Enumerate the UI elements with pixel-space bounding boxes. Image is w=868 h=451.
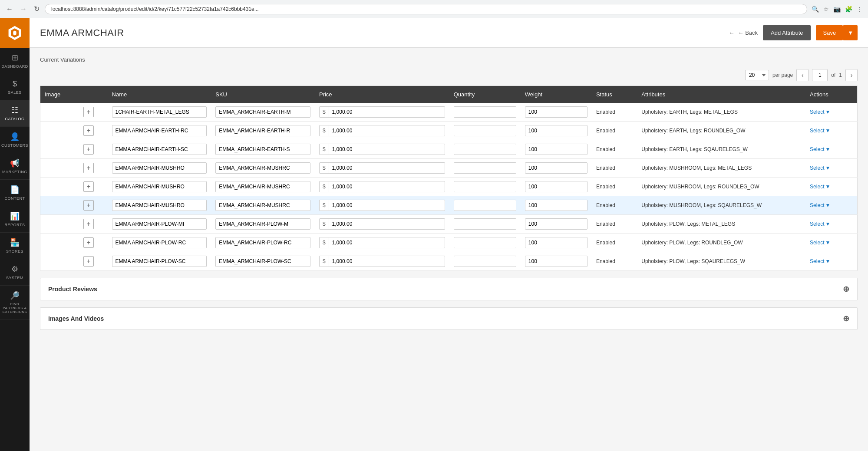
row-add-button[interactable]: + xyxy=(83,237,94,248)
row-sku-input[interactable] xyxy=(215,106,310,118)
sidebar-item-stores[interactable]: 🏪 STORES xyxy=(0,233,30,259)
browser-url-input[interactable] xyxy=(45,4,807,14)
row-add-button[interactable]: + xyxy=(83,200,94,211)
row-add-button[interactable]: + xyxy=(83,144,94,155)
row-sku-input[interactable] xyxy=(215,181,310,192)
row-price-input[interactable] xyxy=(329,181,445,192)
row-name-input[interactable] xyxy=(112,144,207,155)
row-weight-input[interactable] xyxy=(525,162,587,174)
extensions-icon[interactable]: 🧩 xyxy=(844,5,853,13)
save-dropdown-button[interactable]: ▼ xyxy=(843,25,858,40)
row-price-input[interactable] xyxy=(329,144,445,155)
pagination-of-label: of xyxy=(831,72,835,78)
row-price-input[interactable] xyxy=(329,125,445,136)
sidebar-item-sales[interactable]: $ SALES xyxy=(0,74,30,100)
row-sku-input[interactable] xyxy=(215,125,310,136)
row-select-link[interactable]: Select ▼ xyxy=(810,202,853,208)
row-price-input[interactable] xyxy=(329,163,445,173)
row-add-button[interactable]: + xyxy=(83,219,94,229)
sidebar-item-reports[interactable]: 📊 REPORTS xyxy=(0,206,30,233)
sidebar-item-catalog[interactable]: ☷ CATALOG xyxy=(0,100,30,127)
menu-icon[interactable]: ⋮ xyxy=(856,5,864,13)
row-price-input[interactable] xyxy=(329,200,445,211)
row-sku-input[interactable] xyxy=(215,256,310,267)
row-weight-input[interactable] xyxy=(525,200,587,211)
row-name-input[interactable] xyxy=(112,218,207,230)
row-weight-input[interactable] xyxy=(525,218,587,230)
row-weight-input[interactable] xyxy=(525,256,587,267)
marketing-icon: 📢 xyxy=(10,158,20,168)
row-add-button[interactable]: + xyxy=(83,125,94,136)
row-quantity-input[interactable] xyxy=(454,237,516,248)
sidebar-item-customers[interactable]: 👤 CUSTOMERS xyxy=(0,127,30,153)
browser-refresh-btn[interactable]: ↻ xyxy=(32,4,41,14)
search-icon[interactable]: 🔍 xyxy=(811,5,820,13)
row-price-input[interactable] xyxy=(329,256,445,267)
camera-icon[interactable]: 📷 xyxy=(832,5,842,13)
row-sku-input[interactable] xyxy=(215,162,310,174)
row-quantity-input[interactable] xyxy=(454,200,516,211)
row-name-input[interactable] xyxy=(112,162,207,174)
row-name-input[interactable] xyxy=(112,106,207,118)
row-quantity-input[interactable] xyxy=(454,181,516,192)
row-price-input[interactable] xyxy=(329,237,445,248)
pagination-prev-button[interactable]: ‹ xyxy=(796,69,809,81)
row-name-input[interactable] xyxy=(112,237,207,248)
row-quantity-input[interactable] xyxy=(454,218,516,230)
row-add-button[interactable]: + xyxy=(83,107,94,117)
row-quantity-input[interactable] xyxy=(454,162,516,174)
row-select-link[interactable]: Select ▼ xyxy=(810,165,853,171)
row-quantity-input[interactable] xyxy=(454,256,516,267)
add-attribute-button[interactable]: Add Attribute xyxy=(763,25,811,40)
row-quantity-input[interactable] xyxy=(454,144,516,155)
row-quantity-input[interactable] xyxy=(454,106,516,118)
row-select-link[interactable]: Select ▼ xyxy=(810,221,853,227)
browser-back-btn[interactable]: ← xyxy=(4,4,15,14)
images-and-videos-header[interactable]: Images And Videos ⊕ xyxy=(40,308,857,329)
pagination-current-page[interactable] xyxy=(812,69,828,81)
row-weight-input[interactable] xyxy=(525,106,587,118)
row-sku-input[interactable] xyxy=(215,200,310,211)
browser-forward-btn[interactable]: → xyxy=(18,4,29,14)
row-attributes-value: Upholstery: MUSHROOM, Legs: METAL_LEGS xyxy=(641,165,752,171)
row-name-input[interactable] xyxy=(112,181,207,192)
sidebar-item-marketing[interactable]: 📢 MARKETING xyxy=(0,153,30,180)
per-page-select[interactable]: 20 50 100 xyxy=(745,70,769,80)
row-select-link[interactable]: Select ▼ xyxy=(810,146,853,152)
save-button[interactable]: Save xyxy=(816,25,843,40)
product-reviews-label: Product Reviews xyxy=(48,286,97,293)
row-sku-input[interactable] xyxy=(215,144,310,155)
pagination-next-button[interactable]: › xyxy=(845,69,858,81)
sidebar-logo[interactable] xyxy=(0,18,30,48)
row-attributes-value: Upholstery: PLOW, Legs: ROUNDLEG_OW xyxy=(641,240,743,246)
product-reviews-header[interactable]: Product Reviews ⊕ xyxy=(40,278,857,300)
row-price-input[interactable] xyxy=(329,219,445,229)
row-name-input[interactable] xyxy=(112,200,207,211)
row-weight-input[interactable] xyxy=(525,125,587,136)
row-weight-input[interactable] xyxy=(525,237,587,248)
row-weight-input[interactable] xyxy=(525,181,587,192)
sidebar-item-system[interactable]: ⚙ SYSTEM xyxy=(0,259,30,286)
row-sku-input[interactable] xyxy=(215,218,310,230)
row-quantity-input[interactable] xyxy=(454,125,516,136)
row-price-input[interactable] xyxy=(329,107,445,117)
row-sku-input[interactable] xyxy=(215,237,310,248)
row-name-input[interactable] xyxy=(112,125,207,136)
row-add-button[interactable]: + xyxy=(83,256,94,267)
sidebar-item-find-partners[interactable]: 🔎 FIND PARTNERS & EXTENSIONS xyxy=(0,286,30,319)
row-select-link[interactable]: Select ▼ xyxy=(810,240,853,246)
row-price-cell: $ xyxy=(315,178,449,196)
row-select-link[interactable]: Select ▼ xyxy=(810,109,853,115)
row-select-link[interactable]: Select ▼ xyxy=(810,184,853,190)
row-select-link[interactable]: Select ▼ xyxy=(810,128,853,134)
row-select-link[interactable]: Select ▼ xyxy=(810,258,853,264)
sidebar-item-dashboard[interactable]: ⊞ DASHBOARD xyxy=(0,48,30,74)
row-name-input[interactable] xyxy=(112,256,207,267)
bookmark-icon[interactable]: ☆ xyxy=(822,5,830,13)
row-add-button[interactable]: + xyxy=(83,163,94,173)
back-button[interactable]: ← ← Back xyxy=(729,30,758,36)
row-add-button[interactable]: + xyxy=(83,181,94,192)
sidebar-item-content[interactable]: 📄 CONTENT xyxy=(0,180,30,206)
row-status-cell: Enabled xyxy=(592,122,637,140)
row-weight-input[interactable] xyxy=(525,144,587,155)
